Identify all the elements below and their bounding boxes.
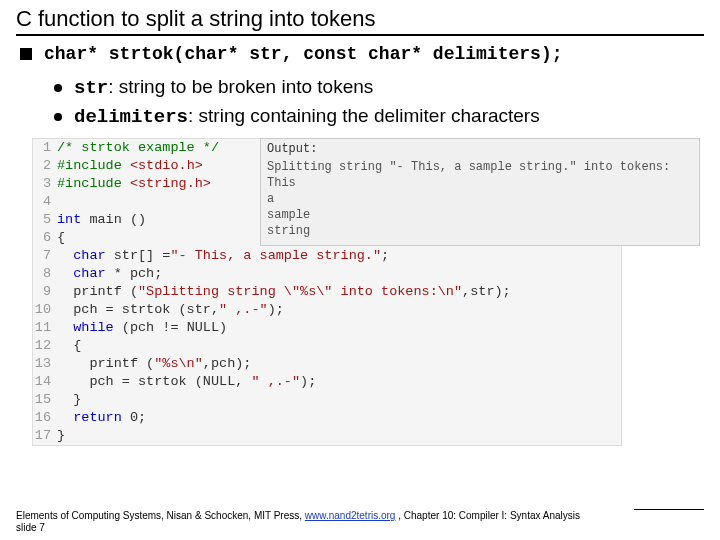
code-line: 13 printf ("%s\n",pch); <box>33 355 621 373</box>
footer-post: , Chapter 10: Compiler I: Syntax Analysi… <box>395 510 580 521</box>
output-line: This <box>267 175 693 191</box>
output-line: string <box>267 223 693 239</box>
bullet-del-text: : string containing the delimiter charac… <box>188 105 540 126</box>
bullet-str: str: string to be broken into tokens <box>74 76 704 99</box>
code-line: 8 char * pch; <box>33 265 621 283</box>
code-line: 7 char str[] ="- This, a sample string."… <box>33 247 621 265</box>
footer-slide: slide 7 <box>16 522 45 533</box>
bullet-delimiters: delimiters: string containing the delimi… <box>74 105 704 128</box>
bullet-del-code: delimiters <box>74 106 188 128</box>
function-signature: char* strtok(char* str, const char* deli… <box>44 44 704 64</box>
bullet-str-code: str <box>74 77 108 99</box>
footer: Elements of Computing Systems, Nisan & S… <box>16 510 616 534</box>
code-line: 16 return 0; <box>33 409 621 427</box>
code-line: 12 { <box>33 337 621 355</box>
code-line: 9 printf ("Splitting string \"%s\" into … <box>33 283 621 301</box>
output-box: Output: Splitting string "- This, a samp… <box>260 138 700 246</box>
code-line: 14 pch = strtok (NULL, " ,.-"); <box>33 373 621 391</box>
code-line: 10 pch = strtok (str," ,.-"); <box>33 301 621 319</box>
code-line: 15 } <box>33 391 621 409</box>
footer-rule <box>634 509 704 510</box>
output-line: Splitting string "- This, a sample strin… <box>267 159 693 175</box>
output-line: a <box>267 191 693 207</box>
footer-pre: Elements of Computing Systems, Nisan & S… <box>16 510 305 521</box>
output-title: Output: <box>267 141 693 157</box>
output-line: sample <box>267 207 693 223</box>
slide-title: C function to split a string into tokens <box>16 6 704 36</box>
code-line: 11 while (pch != NULL) <box>33 319 621 337</box>
footer-link[interactable]: www.nand2tetris.org <box>305 510 396 521</box>
bullet-str-text: : string to be broken into tokens <box>108 76 373 97</box>
code-line: 17} <box>33 427 621 445</box>
